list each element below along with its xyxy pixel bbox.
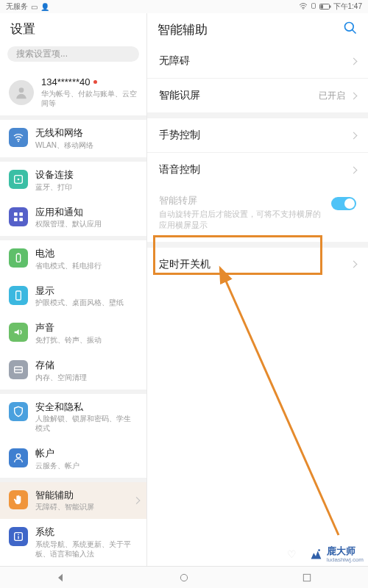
svg-point-6 [18, 141, 19, 143]
detail-item-scheduled-power[interactable]: 定时开关机 [147, 248, 368, 282]
sidebar-item-wireless[interactable]: 无线和网络WLAN、移动网络 [0, 120, 146, 162]
svg-line-24 [224, 278, 339, 535]
heart-icon: ♡ [287, 548, 297, 560]
battery-icon [9, 248, 28, 268]
sidebar-item-battery[interactable]: 电池省电模式、耗电排行 [0, 240, 146, 278]
sidebar-item-accounts[interactable]: 帐户云服务、帐户 [0, 440, 146, 482]
chevron-right-icon [350, 92, 358, 99]
no-service-text: 无服务 [6, 1, 28, 12]
detail-item-voice-control[interactable]: 语音控制 [147, 153, 368, 187]
svg-rect-9 [14, 212, 18, 216]
sidebar-item-device-connection[interactable]: 设备连接蓝牙、打印 [0, 162, 146, 199]
notification-dot-icon [93, 80, 97, 84]
nav-recent-button[interactable] [300, 570, 314, 585]
svg-point-18 [16, 454, 20, 458]
chevron-right-icon [350, 261, 358, 268]
svg-rect-11 [14, 218, 18, 221]
svg-rect-26 [303, 574, 310, 581]
chevron-right-icon [350, 166, 358, 173]
device-icon [9, 170, 28, 189]
wifi-icon [9, 128, 28, 147]
settings-sidebar: 设置 搜索设置项... 134******40 华为帐号、付款与账单、云空间等 … [0, 13, 147, 566]
svg-point-25 [180, 574, 187, 581]
svg-rect-3 [320, 4, 323, 8]
svg-point-27 [318, 549, 320, 551]
search-button[interactable] [343, 21, 358, 38]
nav-back-button[interactable] [54, 570, 68, 585]
apps-icon [9, 207, 28, 226]
account-phone: 134******40 [41, 76, 138, 87]
svg-point-8 [18, 179, 20, 181]
sidebar-item-system[interactable]: 系统系统导航、系统更新、关于平板、语言和输入法 [0, 519, 146, 566]
android-nav-bar [0, 566, 368, 588]
svg-rect-15 [16, 291, 21, 300]
hand-icon [9, 490, 28, 509]
watermark-logo-icon [308, 546, 324, 562]
annotation-arrow-icon [206, 263, 353, 542]
account-row[interactable]: 134******40 华为帐号、付款与账单、云空间等 [0, 69, 146, 120]
detail-title: 智能辅助 [158, 21, 208, 38]
detail-item-accessibility[interactable]: 无障碍 [147, 44, 368, 79]
svg-point-0 [302, 8, 304, 10]
person-icon: 👤 [40, 3, 49, 11]
chevron-right-icon [350, 57, 358, 65]
svg-line-23 [353, 30, 356, 34]
svg-rect-4 [330, 5, 331, 7]
detail-pane: 智能辅助 无障碍 智能识屏 已开启 手势控制 语音控制 [147, 13, 368, 566]
svg-rect-13 [16, 254, 20, 262]
status-time: 下午1:47 [333, 1, 362, 12]
detail-item-smart-screen[interactable]: 智能识屏 已开启 [147, 79, 368, 112]
user-icon [9, 448, 28, 467]
status-bar: 无服务 ▭ 👤 下午1:47 [0, 0, 368, 13]
detail-item-gesture-control[interactable]: 手势控制 [147, 118, 368, 153]
chevron-right-icon [350, 132, 358, 139]
svg-rect-14 [18, 254, 20, 254]
battery-icon [319, 3, 331, 11]
account-sub: 华为帐号、付款与账单、云空间等 [41, 89, 138, 108]
watermark: 鹿大师 ludashiwj.com [308, 545, 364, 563]
status-left: 无服务 ▭ 👤 [6, 1, 49, 12]
sidebar-item-apps[interactable]: 应用和通知权限管理、默认应用 [0, 199, 146, 241]
sidebar-item-smart-assistance[interactable]: 智能辅助无障碍、智能识屏 [0, 482, 146, 520]
storage-icon [9, 360, 28, 379]
smart-rotate-toggle[interactable] [331, 197, 356, 210]
sidebar-item-storage[interactable]: 存储内存、空间清理 [0, 352, 146, 394]
sidebar-item-security[interactable]: 安全和隐私人脸解锁、锁屏和密码、学生模式 [0, 394, 146, 441]
sidebar-item-sound[interactable]: 声音免打扰、铃声、振动 [0, 315, 146, 352]
display-icon [9, 286, 28, 305]
svg-point-5 [19, 87, 24, 93]
search-input[interactable]: 搜索设置项... [7, 46, 139, 62]
sound-icon [9, 323, 28, 342]
wifi-icon [299, 2, 308, 11]
svg-rect-12 [19, 218, 23, 221]
sidebar-item-display[interactable]: 显示护眼模式、桌面风格、壁纸 [0, 278, 146, 315]
detail-value: 已开启 [319, 90, 345, 102]
nav-home-button[interactable] [177, 570, 191, 585]
chevron-right-icon [134, 498, 139, 503]
status-right: 下午1:47 [299, 1, 362, 12]
shield-icon [9, 402, 28, 421]
detail-item-smart-rotate: 智能转屏 自动旋转开启后才能设置，可将不支持横屏的应用横屏显示 [147, 187, 368, 242]
sim-icon: ▭ [31, 3, 38, 11]
svg-rect-21 [18, 537, 18, 539]
search-placeholder: 搜索设置项... [16, 48, 68, 60]
rotate-lock-icon [310, 2, 317, 11]
category-list: 无线和网络WLAN、移动网络 设备连接蓝牙、打印 应用和通知权限管理、默认应用 … [0, 120, 146, 566]
svg-point-20 [18, 534, 19, 536]
svg-point-22 [345, 23, 354, 32]
svg-rect-1 [311, 4, 315, 9]
info-icon [9, 527, 28, 546]
svg-rect-10 [19, 212, 23, 216]
avatar [9, 80, 34, 105]
settings-title: 设置 [0, 13, 146, 43]
